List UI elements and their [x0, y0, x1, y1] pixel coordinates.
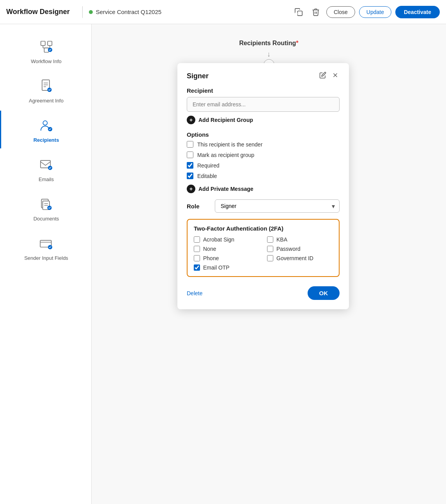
deactivate-button[interactable]: Deactivate [395, 6, 440, 18]
workflow-canvas: Recipients Routing* ↓ + + [92, 24, 446, 504]
svg-rect-2 [41, 41, 45, 46]
email-input[interactable] [187, 97, 340, 112]
twofa-password-row[interactable]: Password [267, 246, 333, 252]
twofa-phone-row[interactable]: Phone [194, 255, 259, 261]
delete-button[interactable]: Delete [187, 290, 202, 296]
add-recipient-group-button[interactable]: + Add Recipient Group [187, 116, 253, 124]
sidebar-item-documents[interactable]: Documents [0, 189, 91, 227]
required-star: * [296, 40, 298, 46]
emails-icon [37, 155, 56, 174]
twofa-none-checkbox[interactable] [194, 246, 200, 252]
update-button[interactable]: Update [359, 6, 391, 18]
recipients-icon [37, 116, 56, 135]
sidebar-item-sender-input-fields-label: Sender Input Fields [24, 255, 68, 261]
option-mark-group-label: Mark as recipient group [197, 152, 254, 158]
arrow-down-1: ↓ [267, 51, 271, 58]
twofa-phone-label: Phone [203, 255, 219, 261]
app-header: Workflow Designer Service Contract Q1202… [0, 0, 446, 24]
sidebar: Workflow Info Agreement Info [0, 24, 92, 504]
panel-footer: Delete OK [187, 283, 340, 300]
main-layout: Workflow Info Agreement Info [0, 24, 446, 504]
add-private-message-label: Add Private Message [198, 186, 253, 192]
option-required-label: Required [197, 162, 219, 169]
panel-header-actions [319, 71, 340, 81]
svg-rect-3 [48, 41, 52, 46]
twofa-section: Two-Factor Authentication (2FA) Acrobat … [187, 219, 340, 277]
sidebar-item-workflow-info[interactable]: Workflow Info [0, 32, 91, 70]
twofa-kba-checkbox[interactable] [267, 236, 273, 243]
options-label: Options [187, 131, 340, 138]
workflow-info-icon [37, 37, 56, 56]
option-editable-row[interactable]: Editable [187, 173, 340, 179]
twofa-acrobat-sign-label: Acrobat Sign [203, 236, 234, 243]
header-divider [82, 6, 83, 18]
sidebar-item-workflow-info-label: Workflow Info [31, 58, 62, 64]
twofa-kba-label: KBA [276, 236, 287, 243]
sender-input-fields-icon [37, 234, 56, 253]
option-mark-group-row[interactable]: Mark as recipient group [187, 152, 340, 158]
status-dot-active [89, 10, 93, 14]
add-private-message-button[interactable]: + Add Private Message [187, 185, 253, 193]
twofa-email-otp-label: Email OTP [203, 264, 230, 271]
sidebar-item-documents-label: Documents [34, 216, 59, 222]
role-label: Role [187, 203, 210, 210]
signer-panel: Signer [177, 63, 349, 309]
sidebar-item-agreement-info[interactable]: Agreement Info [0, 71, 91, 109]
svg-rect-4 [44, 48, 48, 52]
workflow-status: Service Contract Q12025 [89, 9, 161, 15]
role-select-wrapper: Signer Approver Form Filler CC [215, 199, 340, 213]
option-sender-checkbox[interactable] [187, 141, 193, 148]
twofa-password-checkbox[interactable] [267, 246, 273, 252]
close-button[interactable]: Close [326, 6, 355, 18]
twofa-email-otp-checkbox[interactable] [194, 264, 200, 271]
panel-title: Signer [187, 72, 209, 80]
sidebar-item-emails[interactable]: Emails [0, 150, 91, 188]
sidebar-item-recipients-label: Recipients [34, 137, 59, 143]
recipient-label: Recipient [187, 87, 340, 94]
svg-point-15 [43, 121, 47, 125]
sidebar-item-recipients[interactable]: Recipients [0, 111, 91, 148]
role-row: Role Signer Approver Form Filler CC [187, 199, 340, 213]
twofa-acrobat-sign-checkbox[interactable] [194, 236, 200, 243]
twofa-acrobat-sign-row[interactable]: Acrobat Sign [194, 236, 259, 243]
add-circle-icon: + [187, 116, 195, 124]
twofa-phone-checkbox[interactable] [194, 255, 200, 261]
header-actions: Close Update Deactivate [292, 5, 440, 19]
documents-icon [37, 195, 56, 213]
svg-rect-1 [295, 12, 297, 14]
add-recipient-group-label: Add Recipient Group [198, 117, 253, 123]
options-section: Options This recipient is the sender Mar… [187, 131, 340, 179]
option-sender-label: This recipient is the sender [197, 141, 262, 148]
twofa-password-label: Password [276, 246, 300, 252]
twofa-government-id-row[interactable]: Government ID [267, 255, 333, 261]
add-msg-circle-icon: + [187, 185, 195, 193]
option-sender-row[interactable]: This recipient is the sender [187, 141, 340, 148]
sidebar-item-agreement-info-label: Agreement Info [29, 98, 64, 104]
twofa-government-id-label: Government ID [276, 255, 313, 261]
svg-rect-0 [297, 11, 302, 16]
option-mark-group-checkbox[interactable] [187, 152, 193, 158]
routing-title: Recipients Routing* [239, 40, 298, 47]
twofa-kba-row[interactable]: KBA [267, 236, 333, 243]
role-select[interactable]: Signer Approver Form Filler CC [215, 199, 340, 213]
sidebar-item-sender-input-fields[interactable]: Sender Input Fields [0, 229, 91, 266]
twofa-none-label: None [203, 246, 216, 252]
option-required-checkbox[interactable] [187, 162, 193, 169]
workflow-name: Service Contract Q12025 [96, 9, 161, 15]
option-required-row[interactable]: Required [187, 162, 340, 169]
twofa-email-otp-row[interactable]: Email OTP [194, 264, 259, 271]
option-editable-label: Editable [197, 173, 217, 179]
agreement-info-icon [37, 77, 56, 95]
twofa-grid: Acrobat Sign KBA None Password [194, 236, 333, 271]
option-editable-checkbox[interactable] [187, 173, 193, 179]
twofa-government-id-checkbox[interactable] [267, 255, 273, 261]
delete-icon-button[interactable] [309, 5, 322, 19]
twofa-title: Two-Factor Authentication (2FA) [194, 225, 333, 232]
copy-icon-button[interactable] [292, 5, 305, 19]
app-title: Workflow Designer [6, 8, 70, 16]
ok-button[interactable]: OK [308, 286, 340, 300]
panel-edit-button[interactable] [319, 71, 327, 81]
panel-close-button[interactable] [331, 71, 340, 81]
twofa-none-row[interactable]: None [194, 246, 259, 252]
sidebar-item-emails-label: Emails [39, 176, 54, 182]
